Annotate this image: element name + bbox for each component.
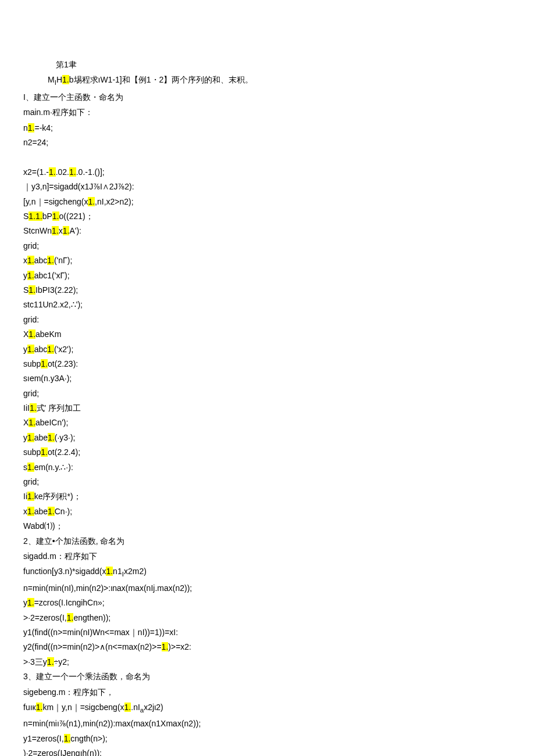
section-1-title: I、建立一个主函数・命名为: [23, 91, 512, 103]
code-line: Wabd⑴)；: [23, 519, 512, 532]
code-line: x1.abe1.Cn∙);: [23, 505, 512, 518]
intro-line: MIH1.b埸程求ıW1-1]和【例1・2】两个序列的和、末积。: [23, 73, 512, 88]
text: )>=x2:: [168, 642, 191, 651]
code-line: S1.IbPI3(2.22);: [23, 284, 512, 296]
text: x: [59, 226, 63, 235]
highlight: 1.: [27, 256, 34, 265]
text: x2m2): [124, 567, 147, 576]
highlight: 1.: [47, 657, 54, 667]
code-line: y1.abe1.(∙y3∙);: [23, 431, 512, 444]
text: IiI: [23, 403, 30, 413]
text: H: [56, 75, 62, 84]
text: x2=(1.-: [23, 167, 49, 177]
code-line: subp1.ot(2.23):: [23, 357, 512, 370]
code-line: X1.abeKm: [23, 328, 512, 341]
text: x: [23, 507, 27, 516]
text: M: [48, 75, 55, 84]
code-line: StcnWn1.x1.A'):: [23, 224, 512, 237]
text: X: [23, 329, 28, 339]
text: X: [23, 418, 28, 427]
code-line: grid;: [23, 239, 512, 252]
highlight: 1.: [67, 613, 74, 622]
highlight: 1.: [52, 212, 59, 221]
text: S: [23, 212, 28, 221]
code-line: grid;: [23, 387, 512, 400]
text: em(n.y.∴∙):: [34, 463, 73, 472]
code-line: y1.=zcros(I.IcngihCn»;: [23, 596, 512, 609]
code-line: >·2=zeros(I,1.engthen));: [23, 611, 512, 624]
highlight: 1.: [28, 285, 35, 295]
text: subp: [23, 447, 41, 457]
text: Cn∙);: [55, 507, 72, 516]
highlight: 1.: [88, 197, 95, 206]
highlight: 1.: [27, 598, 34, 607]
highlight: 1.: [41, 447, 48, 457]
highlight: 1.: [36, 703, 43, 712]
code-line: Ii1.ke序列积*)；: [23, 490, 512, 503]
code-line: n2=24;: [23, 136, 512, 149]
highlight: 1.: [27, 492, 34, 501]
text: ke序列积*)；: [34, 492, 81, 501]
text: subp: [23, 359, 41, 368]
text: Ii: [23, 492, 27, 501]
highlight: 1.: [64, 734, 71, 743]
text: km｜y,n｜=sigcbeng(x: [42, 703, 124, 712]
code-line: function[y3.n)*sigadd(x1.n1Ix2m2): [23, 565, 512, 579]
highlight: 1.: [69, 167, 76, 177]
text: abe: [34, 433, 48, 442]
text: 式' 序列加工: [37, 403, 81, 413]
code-line: [y,n｜=sigcheng(x1.,nI,x2>n2);: [23, 195, 512, 208]
highlight: 1.: [27, 433, 34, 442]
highlight: 1.: [52, 226, 59, 235]
highlight: 1.: [27, 507, 34, 516]
section-2-sub: sigadd.m：程序如下: [23, 550, 512, 562]
text: y: [23, 433, 27, 442]
text: y: [23, 598, 27, 607]
code-line: y2(find((n>=min(n2)>∧(n<=max(n2)>=1.)>=x…: [23, 640, 512, 653]
code-line: grid:: [23, 313, 512, 326]
text: ,nI,x2>n2);: [95, 197, 134, 206]
highlight: 1.: [48, 507, 55, 516]
text: abe: [34, 507, 48, 516]
highlight: 1.: [30, 403, 37, 413]
section-3-title: 3、建立一个一个乘法函数，命名为: [23, 670, 512, 683]
text: x: [23, 256, 27, 265]
text: StcnWn: [23, 226, 52, 235]
text: abeICn');: [35, 418, 68, 427]
text: y2(find((n>=min(n2)>∧(n<=max(n2)>=: [23, 642, 162, 651]
code-line: y1(find((n>=min(nI)Wn<=max｜nI))=1))=xI:: [23, 626, 512, 639]
highlight: 1.: [106, 567, 113, 576]
text: abc: [34, 256, 48, 265]
section-1-sub: main.m·程序如下：: [23, 106, 512, 119]
code-line: y1.abc1('xΓ);: [23, 269, 512, 282]
highlight: 1.: [62, 75, 69, 84]
text: abc: [34, 345, 48, 354]
text: y1=zeros(I,: [23, 734, 64, 743]
text: y: [23, 271, 27, 280]
highlight: 1.: [27, 271, 34, 280]
highlight: 1.: [49, 167, 56, 177]
code-line: >·3三y1.÷y2;: [23, 655, 512, 668]
text: IbPI3(2.22);: [35, 285, 78, 295]
code-line: sıem(n.y3A∙);: [23, 372, 512, 385]
code-line: x2=(1.-1..02.1..0.-1.()];: [23, 166, 512, 178]
text: abeKm: [35, 329, 61, 339]
text: >·2=zeros(I,: [23, 613, 67, 622]
text: .02.: [56, 167, 69, 177]
code-line: y1.abc1.('x2');: [23, 343, 512, 356]
text: ('x2');: [54, 345, 73, 354]
code-line: n=min(min(nI),min(n2)>:ιnax(max(nIj.max(…: [23, 582, 512, 594]
code-line: y1=zeros(I,1.cngth(n>);: [23, 732, 512, 745]
text: >·3三y: [23, 657, 47, 667]
blank-line: [23, 151, 512, 163]
code-line: )·2=zeros(IJengıh(n));: [23, 747, 512, 756]
text: ot(2.23):: [48, 359, 78, 368]
text: .nI: [131, 703, 140, 712]
text: b埸程求ıW1-1]和【例1・2】两个序列的和、末积。: [69, 75, 254, 84]
text: ('nΓ);: [54, 256, 72, 265]
text: n: [23, 123, 28, 132]
highlight: 1.: [27, 463, 34, 472]
code-line: stc11Un2.x2,∴');: [23, 298, 512, 311]
code-line: S1.1.bP1.o((221)；: [23, 210, 512, 223]
text: bP: [42, 212, 52, 221]
